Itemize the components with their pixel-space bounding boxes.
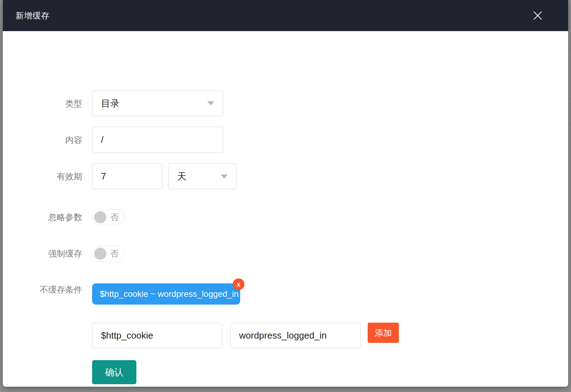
content-label: 内容 <box>23 136 82 144</box>
add-cache-modal: 新增缓存 类型 目录 内容 有效期 天 忽略参数 否 <box>3 0 568 387</box>
remove-x-icon: x <box>237 281 240 288</box>
confirm-button[interactable]: 确认 <box>92 360 136 384</box>
ignore-params-toggle[interactable]: 否 <box>92 209 125 225</box>
force-cache-toggle[interactable]: 否 <box>92 246 125 262</box>
no-cache-condition-label: 不缓存条件 <box>23 286 82 294</box>
condition-value-input[interactable] <box>230 323 361 348</box>
toggle-knob <box>94 211 106 223</box>
type-select[interactable]: 目录 <box>92 91 223 116</box>
condition-tag-text: $http_cookie ~ wordpress_logged_in <box>100 289 239 299</box>
validity-value-input[interactable] <box>92 163 162 189</box>
content-input[interactable] <box>92 127 223 153</box>
toggle-state-text: 否 <box>110 212 119 223</box>
chevron-down-icon <box>207 101 214 105</box>
modal-body: 类型 目录 内容 有效期 天 忽略参数 否 强制缓存 否 不缓存条件 $h <box>3 31 568 387</box>
close-icon <box>532 10 543 21</box>
close-button[interactable] <box>532 10 543 21</box>
condition-key-input[interactable] <box>92 323 222 348</box>
modal-header: 新增缓存 <box>3 0 568 31</box>
type-select-value: 目录 <box>101 97 207 110</box>
validity-label: 有效期 <box>23 172 82 181</box>
add-condition-button[interactable]: 添加 <box>368 323 399 343</box>
toggle-knob <box>94 248 106 260</box>
toggle-state-text: 否 <box>110 248 119 259</box>
remove-condition-button[interactable]: x <box>233 278 244 290</box>
modal-title: 新增缓存 <box>16 10 50 21</box>
force-cache-label: 强制缓存 <box>23 249 82 258</box>
no-cache-condition-tag: $http_cookie ~ wordpress_logged_in <box>92 283 240 305</box>
validity-unit-select[interactable]: 天 <box>168 163 237 189</box>
validity-unit-value: 天 <box>177 170 221 183</box>
ignore-params-label: 忽略参数 <box>23 213 82 221</box>
type-label: 类型 <box>23 99 82 108</box>
chevron-down-icon <box>221 174 228 179</box>
